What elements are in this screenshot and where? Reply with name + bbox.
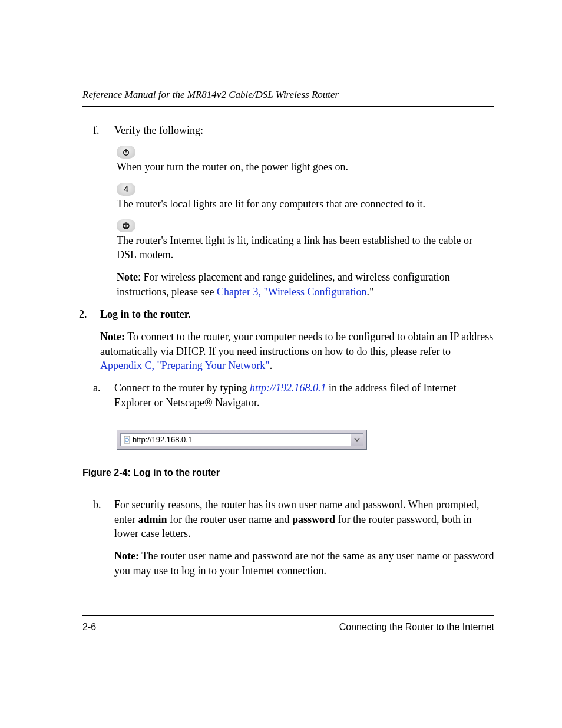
list-item-f: f. Verify the following:: [93, 123, 494, 137]
address-bar-text: http://192.168.0.1: [121, 434, 351, 445]
note-label: Note: [117, 271, 138, 283]
address-bar-dropdown[interactable]: [351, 434, 363, 446]
sub-b-note-body: The router user name and password are no…: [114, 550, 494, 576]
page-icon: [123, 436, 131, 444]
bullet-local-text: The router's local lights are lit for an…: [117, 197, 494, 211]
bullet-power-text: When your turn the router on, the power …: [117, 160, 494, 174]
marker-b: b.: [93, 498, 114, 585]
marker-f: f.: [93, 123, 114, 137]
step2-note-post: .: [270, 360, 273, 371]
address-bar: http://192.168.0.1: [117, 430, 367, 450]
sub-a-pre: Connect to the router by typing: [114, 382, 250, 394]
bullet-power: When your turn the router on, the power …: [117, 146, 494, 174]
bullet-internet-text: The router's Internet light is lit, indi…: [117, 233, 494, 262]
figure-caption: Figure 2-4: Log in to the router: [82, 466, 494, 479]
item-f-note: Note: For wireless placement and range g…: [117, 270, 494, 299]
step-2-title: Log in to the router.: [100, 307, 494, 321]
sub-b-note: Note: The router user name and password …: [114, 549, 494, 578]
svg-rect-1: [125, 149, 127, 153]
chevron-down-icon: [354, 437, 360, 442]
power-icon: [117, 146, 135, 159]
sub-a-body: Connect to the router by typing http://1…: [114, 381, 494, 410]
page-number: 2-6: [82, 621, 96, 634]
step2-note-label: Note:: [100, 331, 125, 342]
link-appendix-c[interactable]: Appendix C, "Preparing Your Network": [100, 360, 270, 371]
link-chapter3[interactable]: Chapter 3, "Wireless Configuration: [217, 286, 367, 298]
password-text: password: [292, 513, 335, 525]
internet-icon: [117, 219, 135, 232]
page-footer: 2-6 Connecting the Router to the Interne…: [82, 615, 494, 634]
step-2-note: Note: To connect to the router, your com…: [100, 330, 494, 373]
bullet-internet: The router's Internet light is lit, indi…: [117, 219, 494, 299]
step2-note-pre: To connect to the router, your computer …: [100, 331, 493, 357]
marker-a: a.: [93, 381, 114, 410]
page: Reference Manual for the MR814v2 Cable/D…: [0, 0, 562, 728]
note-post: .": [367, 286, 374, 298]
section-title: Connecting the Router to the Internet: [339, 621, 494, 634]
header-rule: [82, 106, 494, 107]
bullet-local: 4 The router's local lights are lit for …: [117, 183, 494, 211]
sub-step-b: b. For security reasons, the router has …: [93, 498, 494, 585]
marker-2: 2.: [79, 307, 100, 321]
address-bar-inner[interactable]: http://192.168.0.1: [120, 433, 363, 446]
item-f-lead: Verify the following:: [114, 123, 494, 137]
number-4-icon: 4: [117, 183, 135, 196]
sub-step-a: a. Connect to the router by typing http:…: [93, 381, 494, 410]
address-value: http://192.168.0.1: [133, 434, 192, 445]
sub-b-para1: For security reasons, the router has its…: [114, 498, 494, 541]
sub-b-seg2: for the router user name and: [167, 513, 292, 525]
sub-b-body: For security reasons, the router has its…: [114, 498, 494, 585]
step-2: 2. Log in to the router.: [79, 307, 494, 321]
running-header: Reference Manual for the MR814v2 Cable/D…: [82, 88, 494, 102]
link-router-ip[interactable]: http://192.168.0.1: [250, 382, 326, 394]
admin-text: admin: [138, 513, 167, 525]
sub-b-note-label: Note:: [114, 550, 139, 562]
footer-rule: [82, 615, 494, 616]
